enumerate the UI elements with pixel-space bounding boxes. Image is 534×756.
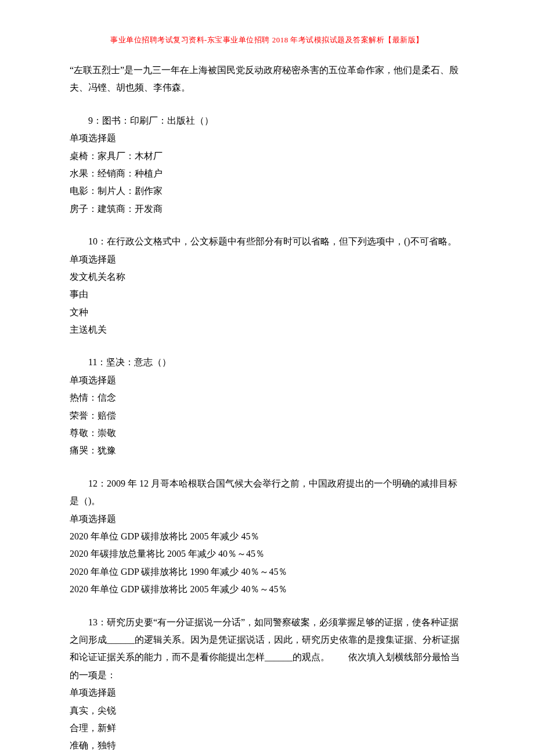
option: 荣誉：赔偿 <box>70 407 464 424</box>
question-type: 单项选择题 <box>70 129 464 147</box>
option: 2020 年单位 GDP 碳排放将比 2005 年减少 45％ <box>70 528 464 545</box>
question-number: 9： <box>88 116 102 125</box>
option: 尊敬：崇敬 <box>70 424 464 442</box>
option: 桌椅：家具厂：木材厂 <box>70 147 464 165</box>
option: 电影：制片人：剧作家 <box>70 182 464 200</box>
option: 2020 年单位 GDP 碳排放将比 2005 年减少 40％～45％ <box>70 581 464 598</box>
question-type: 单项选择题 <box>70 510 464 528</box>
option: 2020 年单位 GDP 碳排放将比 1990 年减少 40％～45％ <box>70 563 464 581</box>
option: 房子：建筑商：开发商 <box>70 200 464 218</box>
question-9: 9：图书：印刷厂：出版社（） 单项选择题 桌椅：家具厂：木材厂 水果：经销商：种… <box>70 112 464 218</box>
question-stem: 坚决：意志（） <box>106 357 171 367</box>
option: 水果：经销商：种植户 <box>70 165 464 182</box>
question-number: 11： <box>88 357 106 367</box>
option: 真实，尖锐 <box>70 702 464 719</box>
option: 合理，新鲜 <box>70 719 464 737</box>
option: 事由 <box>70 286 464 303</box>
question-12: 12：2009 年 12 月哥本哈根联合国气候大会举行之前，中国政府提出的一个明… <box>70 475 464 599</box>
option: 2020 年碳排放总量将比 2005 年减少 40％～45％ <box>70 545 464 563</box>
question-type: 单项选择题 <box>70 372 464 389</box>
body-text: “左联五烈士”是一九三一年在上海被国民党反动政府秘密杀害的五位革命作家，他们是柔… <box>70 62 464 756</box>
page: 事业单位招聘考试复习资料-东宝事业单位招聘 2018 年考试模拟试题及答案解析【… <box>0 0 534 756</box>
option: 痛哭：犹豫 <box>70 442 464 459</box>
option: 发文机关名称 <box>70 268 464 286</box>
question-number: 12： <box>88 478 107 488</box>
question-type: 单项选择题 <box>70 684 464 701</box>
option: 主送机关 <box>70 321 464 339</box>
option: 准确，独特 <box>70 737 464 754</box>
question-type: 单项选择题 <box>70 251 464 268</box>
question-stem: 在行政公文格式中，公文标题中有些部分有时可以省略，但下列选项中，()不可省略。 <box>107 236 457 246</box>
question-13: 13：研究历史要“有一分证据说一分话”，如同警察破案，必须掌握足够的证据，使各种… <box>70 614 464 756</box>
option: 文种 <box>70 304 464 321</box>
option: 热情：信念 <box>70 389 464 406</box>
question-stem: 图书：印刷厂：出版社（） <box>102 116 214 125</box>
page-header: 事业单位招聘考试复习资料-东宝事业单位招聘 2018 年考试模拟试题及答案解析【… <box>70 35 464 45</box>
question-stem: 研究历史要“有一分证据说一分话”，如同警察破案，必须掌握足够的证据，使各种证据之… <box>70 617 460 680</box>
question-11: 11：坚决：意志（） 单项选择题 热情：信念 荣誉：赔偿 尊敬：崇敬 痛哭：犹豫 <box>70 354 464 459</box>
intro-paragraph: “左联五烈士”是一九三一年在上海被国民党反动政府秘密杀害的五位革命作家，他们是柔… <box>70 62 464 97</box>
question-10: 10：在行政公文格式中，公文标题中有些部分有时可以省略，但下列选项中，()不可省… <box>70 233 464 339</box>
question-number: 13： <box>88 617 107 627</box>
question-number: 10： <box>88 236 107 246</box>
question-stem: 2009 年 12 月哥本哈根联合国气候大会举行之前，中国政府提出的一个明确的减… <box>70 478 457 506</box>
